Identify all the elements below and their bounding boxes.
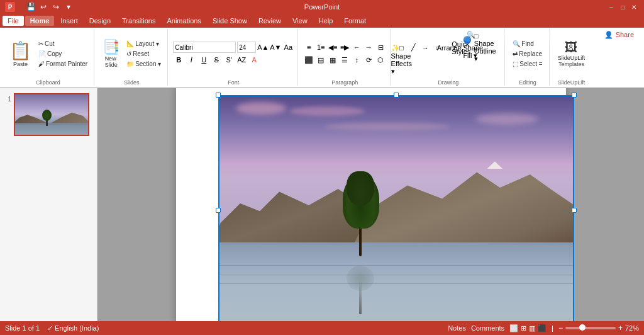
- menu-review[interactable]: Review: [253, 16, 286, 26]
- workspace: 1: [0, 88, 644, 332]
- underline-button[interactable]: U: [198, 54, 209, 65]
- language-text: English (India): [55, 324, 99, 332]
- handle-middle-left[interactable]: [216, 208, 221, 213]
- handle-middle-right[interactable]: [572, 208, 577, 213]
- select-button[interactable]: ⬚Select =: [510, 59, 545, 69]
- align-right-button[interactable]: ▦: [327, 54, 338, 65]
- redo-button[interactable]: ↪: [50, 1, 62, 13]
- bold-button[interactable]: B: [173, 54, 184, 65]
- strikethrough-button[interactable]: S: [211, 54, 222, 65]
- text-direction-button[interactable]: ⟳: [363, 54, 374, 65]
- replace-button[interactable]: ⇄Replace: [510, 49, 545, 59]
- clipboard-group: 📋 Paste ✂Cut 📄Copy 🖌Format Painter Clipb…: [3, 29, 94, 86]
- bullets-button[interactable]: ≡: [303, 42, 314, 53]
- increase-font-button[interactable]: A▲: [257, 42, 269, 53]
- paste-button[interactable]: 📋 Paste: [6, 36, 35, 71]
- clipboard-label: Clipboard: [6, 78, 90, 86]
- decrease-indent-button[interactable]: ◀≡: [327, 42, 338, 53]
- share-label: Share: [616, 31, 634, 38]
- rtl-button[interactable]: ←: [351, 42, 362, 53]
- justify-button[interactable]: ☰: [339, 54, 350, 65]
- comments-button[interactable]: Comments: [471, 324, 504, 332]
- app-icon: P: [5, 2, 15, 12]
- save-button[interactable]: 💾: [25, 1, 36, 13]
- new-slide-button[interactable]: 📑 NewSlide: [99, 36, 123, 71]
- window-controls: – □ ✕: [606, 2, 639, 12]
- view-presenter-icon[interactable]: ⬛: [538, 324, 547, 332]
- qat-dropdown[interactable]: ▾: [63, 1, 74, 13]
- slides-label: Slides: [99, 78, 164, 86]
- share-button[interactable]: 👤 Share: [597, 28, 641, 42]
- menu-design[interactable]: Design: [84, 16, 116, 26]
- tell-me-text: Tell me what you want to do: [478, 31, 564, 38]
- menu-bar: File Home Insert Design Transitions Anim…: [0, 14, 644, 28]
- menu-animations[interactable]: Animations: [162, 16, 206, 26]
- line-spacing-button[interactable]: ↕: [351, 54, 362, 65]
- cut-button[interactable]: ✂Cut: [36, 39, 90, 48]
- main-canvas[interactable]: [97, 88, 644, 332]
- slide-thumbnail-container: 1: [3, 93, 94, 136]
- shape-outline-button[interactable]: □ Shape Outline ▾: [479, 42, 491, 54]
- undo-button[interactable]: ↩: [38, 1, 49, 13]
- font-size-input[interactable]: [237, 42, 256, 53]
- title-text: PowerPoint: [304, 3, 340, 11]
- menu-file[interactable]: File: [3, 16, 24, 26]
- section-button[interactable]: 📁Section ▾: [124, 59, 164, 69]
- close-button[interactable]: ✕: [629, 2, 639, 12]
- language-indicator[interactable]: ✓ English (India): [47, 324, 99, 332]
- shape-arrow[interactable]: →: [419, 42, 431, 54]
- slide-count: Slide 1 of 1: [5, 324, 40, 332]
- reset-button[interactable]: ↺Reset: [124, 49, 164, 59]
- decrease-font-button[interactable]: A▼: [270, 42, 281, 53]
- minimize-button[interactable]: –: [606, 2, 616, 12]
- maximize-button[interactable]: □: [618, 2, 628, 12]
- copy-icon: 📄: [38, 50, 46, 57]
- select-icon: ⬚: [513, 60, 518, 67]
- char-spacing-button[interactable]: AZ: [236, 54, 247, 65]
- format-painter-button[interactable]: 🖌Format Painter: [36, 59, 90, 69]
- font-name-input[interactable]: [173, 42, 236, 53]
- zoom-level[interactable]: 72%: [625, 324, 639, 332]
- menu-view[interactable]: View: [287, 16, 313, 26]
- handle-top-center[interactable]: [394, 93, 399, 98]
- title-bar: P 💾 ↩ ↪ ▾ PowerPoint – □ ✕: [0, 0, 644, 14]
- menu-home[interactable]: Home: [25, 16, 55, 26]
- thumbnail-scene: [15, 94, 88, 135]
- spell-check-icon: ✓: [47, 324, 53, 332]
- status-left: Slide 1 of 1 ✓ English (India): [5, 324, 99, 332]
- align-left-button[interactable]: ⬛: [303, 54, 314, 65]
- zoom-slider[interactable]: [565, 327, 616, 329]
- copy-button[interactable]: 📄Copy: [36, 49, 90, 59]
- quick-access-toolbar: 💾 ↩ ↪ ▾: [25, 0, 74, 14]
- convert-smartart-button[interactable]: ⬡: [375, 54, 386, 65]
- text-shadow-button[interactable]: S': [223, 54, 235, 65]
- notes-button[interactable]: Notes: [448, 324, 466, 332]
- tell-me-bar[interactable]: 🔍 Tell me what you want to do: [462, 28, 569, 42]
- menu-slideshow[interactable]: Slide Show: [208, 16, 252, 26]
- zoom-out-button[interactable]: −: [558, 324, 563, 332]
- view-slide-sorter-icon[interactable]: ⊞: [521, 324, 526, 332]
- slide-thumbnail[interactable]: [14, 93, 89, 136]
- increase-indent-button[interactable]: ≡▶: [339, 42, 350, 53]
- numbering-button[interactable]: 1≡: [315, 42, 326, 53]
- slide-image[interactable]: [217, 94, 575, 327]
- handle-top-right[interactable]: [572, 93, 577, 98]
- columns-button[interactable]: ⊟: [375, 42, 386, 53]
- slide-canvas: [176, 88, 566, 332]
- layout-button[interactable]: 📐Layout ▾: [124, 39, 164, 48]
- new-slide-icon: 📑: [103, 39, 119, 55]
- ltr-button[interactable]: →: [363, 42, 374, 53]
- zoom-in-button[interactable]: +: [618, 324, 623, 332]
- font-color-button[interactable]: A: [248, 54, 260, 65]
- shape-effects-button[interactable]: ✨ Shape Effects ▾: [396, 54, 407, 65]
- change-case-button[interactable]: Aa: [282, 42, 294, 53]
- italic-button[interactable]: I: [186, 54, 197, 65]
- menu-transitions[interactable]: Transitions: [117, 16, 160, 26]
- align-center-button[interactable]: ▤: [315, 54, 326, 65]
- handle-top-left[interactable]: [216, 93, 221, 98]
- view-normal-icon[interactable]: ⬜: [509, 324, 518, 332]
- view-reading-icon[interactable]: ▥: [529, 324, 535, 332]
- menu-format[interactable]: Format: [339, 16, 371, 26]
- menu-insert[interactable]: Insert: [55, 16, 83, 26]
- menu-help[interactable]: Help: [314, 16, 338, 26]
